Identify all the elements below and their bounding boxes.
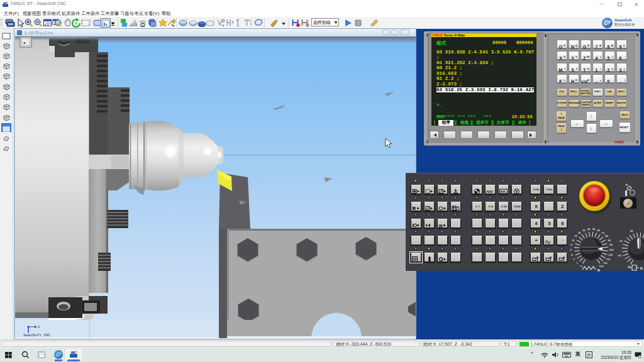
svg-text:30: 30	[582, 229, 585, 232]
svg-text:80: 80	[630, 229, 633, 233]
svg-text:0: 0	[580, 265, 582, 268]
svg-text:W: W	[439, 223, 443, 228]
svg-text:40: 40	[587, 228, 590, 231]
svg-text:1: 1	[576, 261, 578, 265]
svg-text:2: 2	[573, 258, 575, 261]
svg-text:60: 60	[618, 254, 621, 257]
svg-text:15: 15	[574, 234, 577, 238]
svg-text:70: 70	[619, 239, 623, 243]
svg-text:«: «	[23, 41, 26, 45]
svg-text:50: 50	[592, 228, 595, 231]
svg-text:4: 4	[571, 253, 573, 256]
svg-text:60: 60	[597, 229, 600, 232]
svg-text:20: 20	[577, 231, 580, 234]
svg-text:SwanSoft CNC: SwanSoft CNC	[23, 333, 51, 337]
svg-text:8: 8	[570, 243, 572, 246]
svg-text:6: 6	[570, 248, 572, 251]
svg-text:N: N	[640, 266, 643, 270]
svg-text:10: 10	[571, 239, 574, 242]
svg-text:N: N	[597, 268, 600, 272]
